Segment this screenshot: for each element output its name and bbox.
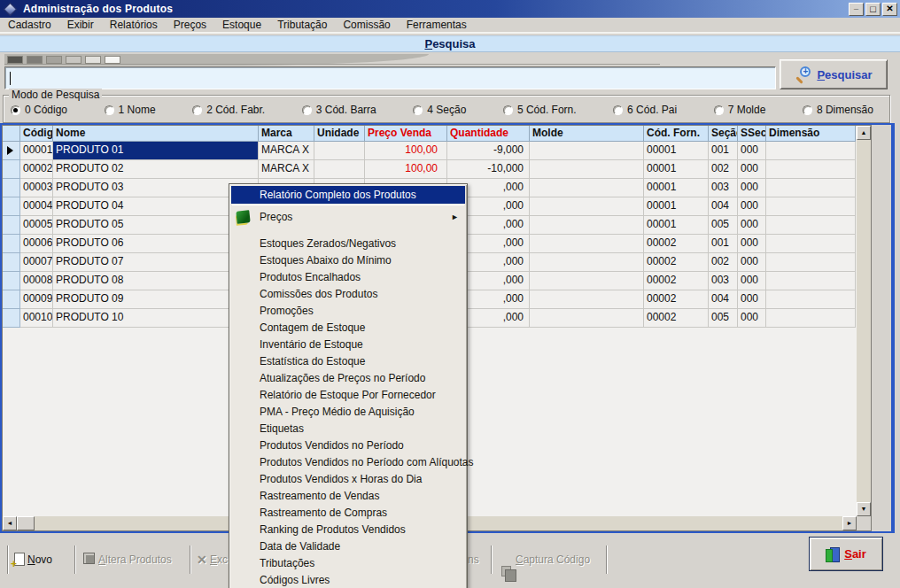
menu-item-data-de-validade[interactable]: Data de Validade <box>231 538 465 555</box>
cell-cod-forn[interactable]: 00001 <box>644 216 709 235</box>
cell-codigo[interactable]: 00001 <box>20 142 53 160</box>
menu-item-precos[interactable]: Preços► <box>231 207 465 228</box>
radio-7-molde[interactable]: 7 Molde <box>714 104 766 116</box>
cell-unidade[interactable] <box>314 160 365 179</box>
cell-preco-venda[interactable]: 100,00 <box>365 160 447 179</box>
cell-codigo[interactable]: 00009 <box>20 290 53 309</box>
cell-cod-forn[interactable]: 00002 <box>644 272 709 290</box>
cell-cod-forn[interactable]: 00002 <box>644 290 709 309</box>
menu-item-estatistica-do-estoque[interactable]: Estatística do Estoque <box>231 353 465 370</box>
column-header-ssec[interactable]: SSec <box>738 126 766 142</box>
cell-quantidade[interactable]: -10,000 <box>447 160 530 179</box>
menu-relatorios[interactable]: Relatórios <box>102 18 166 32</box>
cell-secao[interactable]: 002 <box>709 253 738 272</box>
cell-dimensao[interactable] <box>766 272 856 290</box>
toolbar-button-novo[interactable]: Novo <box>27 553 52 566</box>
menu-item-comissoes-dos-produtos[interactable]: Comissões dos Produtos <box>231 286 465 303</box>
menu-precos[interactable]: Preços <box>166 18 214 32</box>
scroll-left-icon[interactable]: ◄ <box>3 516 17 530</box>
cell-ssec[interactable]: 000 <box>738 309 766 328</box>
menu-item-pma-preco-medio-de-aquisicao[interactable]: PMA - Preço Médio de Aquisição <box>231 404 465 421</box>
cell-ssec[interactable]: 000 <box>738 272 766 290</box>
cell-ssec[interactable]: 000 <box>738 290 766 309</box>
radio-0-codigo[interactable]: 0 Código <box>11 104 67 116</box>
cell-marca[interactable]: MARCA X <box>259 142 314 160</box>
cell-molde[interactable] <box>530 309 644 328</box>
vertical-scrollbar[interactable]: ▲ ▼ <box>857 126 871 516</box>
cell-codigo[interactable]: 00004 <box>20 197 53 216</box>
cell-ssec[interactable]: 000 <box>738 197 766 216</box>
menu-item-ranking-de-produtos-vendidos[interactable]: Ranking de Produtos Vendidos <box>231 522 465 538</box>
menu-item-relatorio-de-estoque-por-fornecedor[interactable]: Relatório de Estoque Por Fornecedor <box>231 387 465 404</box>
cell-secao[interactable]: 001 <box>709 235 738 253</box>
radio-6-cod-pai[interactable]: 6 Cód. Pai <box>613 104 677 116</box>
cell-secao[interactable]: 003 <box>709 272 738 290</box>
cell-cod-forn[interactable]: 00001 <box>644 179 709 197</box>
menu-item-inventario-de-estoque[interactable]: Inventário de Estoque <box>231 337 465 353</box>
cell-secao[interactable]: 004 <box>709 290 738 309</box>
cell-secao[interactable]: 002 <box>709 160 738 179</box>
cell-cod-forn[interactable]: 00002 <box>644 253 709 272</box>
radio-2-cod-fabr[interactable]: 2 Cód. Fabr. <box>192 104 265 116</box>
menu-item-tributacoes[interactable]: Tributações <box>231 555 465 572</box>
cell-cod-forn[interactable]: 00001 <box>644 160 709 179</box>
cell-molde[interactable] <box>530 160 644 179</box>
menu-item-relatorio-completo-dos-produtos[interactable]: Relatório Completo dos Produtos <box>231 186 465 204</box>
cell-codigo[interactable]: 00006 <box>20 235 53 253</box>
cell-cod-forn[interactable]: 00001 <box>644 197 709 216</box>
table-row[interactable]: 00001PRODUTO 01MARCA X100,00-9,000000010… <box>3 142 871 160</box>
cell-marca[interactable]: MARCA X <box>259 160 314 179</box>
cell-nome[interactable]: PRODUTO 01 <box>53 142 259 160</box>
cell-secao[interactable]: 004 <box>709 197 738 216</box>
menu-item-produtos-encalhados[interactable]: Produtos Encalhados <box>231 269 465 286</box>
cell-cod-forn[interactable]: 00002 <box>644 309 709 328</box>
menu-item-codigos-livres[interactable]: Códigos Livres <box>231 572 465 588</box>
radio-5-cod-forn[interactable]: 5 Cód. Forn. <box>503 104 577 116</box>
cell-dimensao[interactable] <box>766 142 856 160</box>
radio-4-secao[interactable]: 4 Seção <box>413 104 466 116</box>
cell-dimensao[interactable] <box>766 253 856 272</box>
column-header-marca[interactable]: Marca <box>259 126 314 142</box>
menu-cadastro[interactable]: Cadastro <box>0 18 59 32</box>
cell-ssec[interactable]: 000 <box>738 142 766 160</box>
scroll-up-icon[interactable]: ▲ <box>857 126 871 140</box>
menu-tributacao[interactable]: Tributação <box>269 18 335 32</box>
menu-item-rastreamento-de-vendas[interactable]: Rastreamento de Vendas <box>231 488 465 505</box>
maximize-button-icon[interactable] <box>865 3 881 16</box>
radio-8-dimensao[interactable]: 8 Dimensão <box>803 104 873 116</box>
close-button-icon[interactable] <box>882 3 897 16</box>
cell-molde[interactable] <box>530 290 644 309</box>
menu-item-produtos-vendidos-no-periodo-com-aliquotas[interactable]: Produtos Vendidos no Período com Alíquot… <box>231 454 465 471</box>
column-header-preco-venda[interactable]: Preço Venda <box>365 126 447 142</box>
cell-preco-venda[interactable]: 100,00 <box>365 142 447 160</box>
sair-button[interactable]: Sair <box>809 537 883 571</box>
column-header-dimensao[interactable]: Dimensão <box>766 126 856 142</box>
column-header-codigo[interactable]: Código <box>20 126 53 142</box>
cell-molde[interactable] <box>530 235 644 253</box>
search-input[interactable] <box>4 66 776 89</box>
cell-codigo[interactable]: 00002 <box>20 160 53 179</box>
cell-quantidade[interactable]: -9,000 <box>447 142 530 160</box>
menu-exibir[interactable]: Exibir <box>59 18 102 32</box>
cell-molde[interactable] <box>530 142 644 160</box>
radio-3-cod-barra[interactable]: 3 Cód. Barra <box>302 104 376 116</box>
cell-molde[interactable] <box>530 197 644 216</box>
menu-item-estoques-zerados-negativos[interactable]: Estoques Zerados/Negativos <box>231 236 465 252</box>
cell-ssec[interactable]: 000 <box>738 160 766 179</box>
menu-item-estoques-abaixo-do-minimo[interactable]: Estoques Abaixo do Mínimo <box>231 252 465 269</box>
menu-item-produtos-vendidos-x-horas-do-dia[interactable]: Produtos Vendidos x Horas do Dia <box>231 471 465 488</box>
column-header-cod-forn[interactable]: Cód. Forn. <box>644 126 709 142</box>
cell-codigo[interactable]: 00010 <box>20 309 53 328</box>
cell-ssec[interactable]: 000 <box>738 216 766 235</box>
cell-dimensao[interactable] <box>766 290 856 309</box>
cell-dimensao[interactable] <box>766 235 856 253</box>
menu-item-atualizacoes-de-precos-no-periodo[interactable]: Atualizações de Preços no Período <box>231 370 465 387</box>
cell-ssec[interactable]: 000 <box>738 235 766 253</box>
column-header-unidade[interactable]: Unidade <box>314 126 365 142</box>
column-header-molde[interactable]: Molde <box>530 126 644 142</box>
menu-estoque[interactable]: Estoque <box>214 18 269 32</box>
minimize-button-icon[interactable] <box>849 3 864 16</box>
cell-molde[interactable] <box>530 179 644 197</box>
scroll-down-icon[interactable]: ▼ <box>857 502 871 516</box>
menu-item-contagem-de-estoque[interactable]: Contagem de Estoque <box>231 320 465 337</box>
